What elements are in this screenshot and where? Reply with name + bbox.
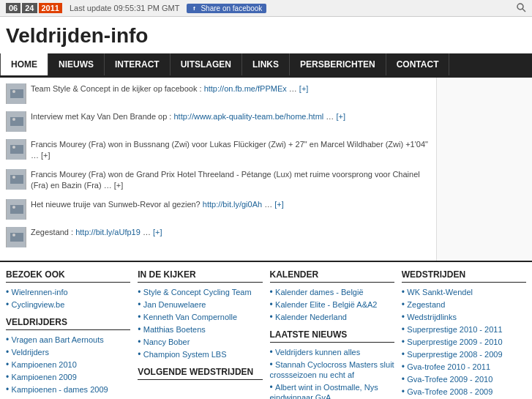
laatste-nieuws-title: LAATSTE NIEUWS (270, 329, 394, 343)
nav-item-home[interactable]: HOME (0, 53, 48, 75)
svg-point-6 (12, 90, 15, 93)
nav-item-uitslagen[interactable]: UITSLAGEN (171, 53, 242, 75)
facebook-share-button[interactable]: f Share on facebook (187, 4, 266, 13)
feed-link[interactable]: http://on.fb.me/fPPMEx (204, 84, 287, 93)
svg-text:f: f (193, 5, 195, 12)
svg-rect-20 (10, 233, 23, 242)
nav-item-contact[interactable]: CONTACT (386, 53, 450, 75)
wedstrijden-link-3[interactable]: Superprestige 2010 - 2011 (407, 325, 502, 334)
feed-text: Francis Mourey (Fra) won de Grand Prix H… (31, 169, 430, 192)
date-day: 06 (6, 3, 20, 13)
feed-thumb (6, 83, 26, 104)
svg-rect-17 (10, 205, 23, 214)
kijker-link-3[interactable]: Matthias Boetens (143, 325, 206, 334)
in-de-kijker-list: Style & Concept Cycling Team Jan Denuwel… (138, 287, 262, 359)
main-content: Team Style & Concept in de kijker op fac… (0, 78, 532, 261)
feed-text: Zegestand : http://bit.ly/aUfp19 … [+] (31, 227, 162, 238)
kijker-link-2[interactable]: Kenneth Van Compernolle (143, 313, 237, 321)
laatste-nieuws-list: Veldrijders kunnen alles Stannah Cyclocr… (270, 347, 394, 399)
feed-text: Team Style & Concept in de kijker op fac… (31, 83, 308, 94)
main-nav: HOME NIEUWS INTERACT UITSLAGEN LINKS PER… (0, 53, 532, 75)
feed-more-link[interactable]: [+] (153, 228, 162, 236)
svg-point-15 (12, 176, 15, 179)
nieuws-link-2[interactable]: Albert wint in Oostmalle, Nys eindwinnaa… (270, 383, 378, 399)
wedstrijden-link-0[interactable]: WK Sankt-Wendel (407, 288, 473, 297)
wedstrijden-col: WEDSTRIJDEN WK Sankt-Wendel Zegestand We… (402, 269, 526, 399)
facebook-icon: f (191, 4, 198, 12)
date-display: 06 24 2011 (6, 3, 62, 13)
in-de-kijker-title: IN DE KIJKER (138, 269, 262, 283)
kalender-link-2[interactable]: Kalender Nederland (275, 313, 347, 321)
right-sidebar (437, 78, 532, 261)
date-month: 24 (22, 3, 37, 13)
nieuws-link-1[interactable]: Stannah Cyclocross Masters sluit crossse… (270, 360, 394, 379)
wedstrijden-link-7[interactable]: Gva-Trofee 2009 - 2010 (407, 375, 492, 384)
nav-item-interact[interactable]: INTERACT (105, 53, 171, 75)
svg-rect-14 (10, 175, 23, 184)
bezoek-ook-title: BEZOEK OOK (6, 269, 130, 283)
feed-text: Het nieuwe truije van Sunweb-Revor al ge… (31, 199, 284, 210)
nav-item-links[interactable]: LINKS (242, 53, 290, 75)
veldrijders-title: VELDRIJDERS (6, 317, 130, 330)
feed-column: Team Style & Concept in de kijker op fac… (0, 78, 437, 261)
feed-text: Interview met Kay Van Den Brande op : ht… (31, 111, 345, 122)
nieuws-link-0[interactable]: Veldrijders kunnen alles (275, 348, 360, 357)
veldrijders-list: Vragen aan Bart Aernouts Veldrijders Kam… (6, 335, 130, 395)
nav-item-nieuws[interactable]: NIEUWS (48, 53, 105, 75)
kalender-title: KALENDER (270, 269, 394, 283)
feed-thumb (6, 227, 26, 247)
veldrijders-link-4[interactable]: Kampioenen - dames 2009 (12, 385, 108, 394)
veldrijders-link-2[interactable]: Kampioenen 2010 (12, 360, 77, 369)
feed-link[interactable]: http://bit.ly/aUfp19 (75, 228, 141, 236)
wedstrijden-link-5[interactable]: Superprestige 2008 - 2009 (407, 350, 502, 359)
feed-more-link[interactable]: [+] (336, 112, 345, 121)
veldrijders-link-1[interactable]: Veldrijders (12, 348, 49, 357)
veldrijders-link-3[interactable]: Kampioenen 2009 (12, 373, 77, 381)
wedstrijden-link-1[interactable]: Zegestand (407, 300, 445, 309)
feed-thumb (6, 111, 26, 132)
veldrijders-link-0[interactable]: Vragen aan Bart Aernouts (12, 335, 104, 344)
bottom-section: BEZOEK OOK Wielrennen-info Cyclingview.b… (0, 261, 532, 399)
svg-line-3 (522, 9, 525, 12)
kijker-link-5[interactable]: Champion System LBS (143, 350, 227, 359)
wedstrijden-link-4[interactable]: Superprestige 2009 - 2010 (407, 338, 502, 346)
bezoek-ook-col: BEZOEK OOK Wielrennen-info Cyclingview.b… (6, 269, 130, 399)
feed-item: Zegestand : http://bit.ly/aUfp19 … [+] (6, 227, 430, 247)
feed-link[interactable]: http://www.apk-quality-team.be/home.html (173, 112, 323, 121)
feed-thumb (6, 139, 26, 160)
nav-item-persberichten[interactable]: PERSBERICHTEN (290, 53, 386, 75)
last-update-label: Last update 09:55:31 PM GMT (70, 4, 179, 12)
bezoek-link-wielrennen[interactable]: Wielrennen-info (12, 288, 68, 297)
bezoek-link-cycling[interactable]: Cyclingview.be (12, 300, 65, 309)
svg-point-12 (12, 146, 15, 149)
feed-link[interactable]: http://bit.ly/gi0Ah (203, 200, 262, 209)
wedstrijden-link-8[interactable]: Gva-Trofee 2008 - 2009 (407, 387, 492, 396)
kijker-link-4[interactable]: Nancy Bober (143, 338, 190, 346)
feed-item: Het nieuwe truije van Sunweb-Revor al ge… (6, 199, 430, 220)
svg-rect-8 (10, 117, 23, 126)
kalender-list: Kalender dames - België Kalender Elite -… (270, 287, 394, 322)
bezoek-ook-list: Wielrennen-info Cyclingview.be (6, 287, 130, 310)
feed-more-link[interactable]: [+] (274, 200, 284, 209)
wedstrijden-link-6[interactable]: Gva-trofee 2010 - 2011 (407, 362, 490, 371)
svg-point-18 (12, 206, 15, 209)
date-year: 2011 (39, 3, 62, 13)
svg-point-9 (12, 118, 15, 121)
wedstrijden-title: WEDSTRIJDEN (402, 269, 526, 283)
volgende-wedstrijden-title: VOLGENDE WEDSTRIJDEN (138, 367, 262, 380)
feed-text: Francis Mourey (Fra) won in Bussnang (Zw… (31, 139, 430, 162)
feed-item: Francis Mourey (Fra) won de Grand Prix H… (6, 169, 430, 192)
svg-point-21 (12, 234, 15, 236)
search-icon[interactable] (516, 2, 526, 14)
kalender-link-0[interactable]: Kalender dames - België (275, 288, 363, 297)
kalender-link-1[interactable]: Kalender Elite - België A&A2 (275, 300, 377, 309)
kijker-link-1[interactable]: Jan Denuwelaere (143, 300, 206, 309)
kijker-link-0[interactable]: Style & Concept Cycling Team (143, 288, 252, 297)
wedstrijden-link-2[interactable]: Wedstrijdlinks (407, 313, 457, 321)
feed-thumb (6, 169, 26, 190)
svg-rect-11 (10, 145, 23, 154)
site-title: Veldrijden-info (0, 17, 532, 53)
feed-more-link[interactable]: [+] (299, 84, 309, 93)
wedstrijden-list: WK Sankt-Wendel Zegestand Wedstrijdlinks… (402, 287, 526, 399)
svg-rect-5 (10, 89, 23, 98)
